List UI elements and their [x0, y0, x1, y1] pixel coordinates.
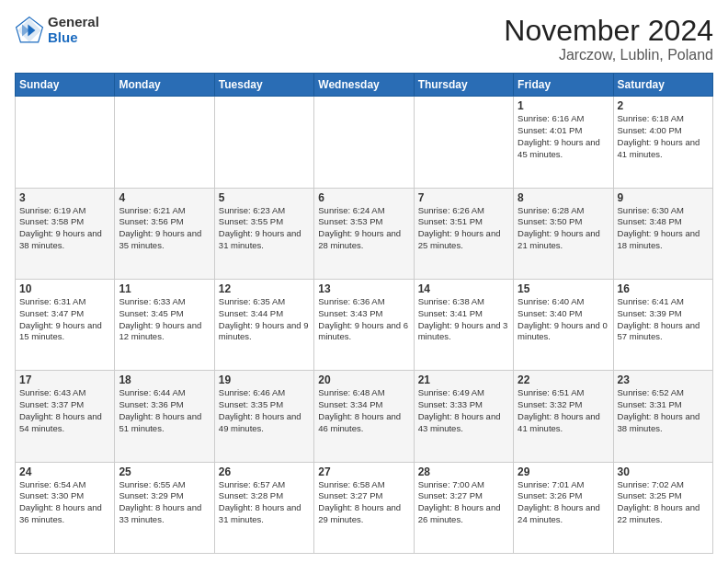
cell-0-4: [414, 97, 513, 188]
day-info-4-6: Sunrise: 7:02 AM Sunset: 3:25 PM Dayligh…: [618, 479, 709, 526]
cell-3-5: 22Sunrise: 6:51 AM Sunset: 3:32 PM Dayli…: [514, 371, 613, 462]
title-block: November 2024 Jarczow, Lublin, Poland: [504, 15, 713, 63]
day-num-1-5: 8: [518, 191, 609, 204]
day-info-2-2: Sunrise: 6:35 AM Sunset: 3:44 PM Dayligh…: [219, 296, 310, 343]
day-num-1-0: 3: [19, 191, 110, 204]
day-info-4-5: Sunrise: 7:01 AM Sunset: 3:26 PM Dayligh…: [518, 479, 609, 526]
cell-1-6: 9Sunrise: 6:30 AM Sunset: 3:48 PM Daylig…: [613, 188, 712, 279]
cell-3-4: 21Sunrise: 6:49 AM Sunset: 3:33 PM Dayli…: [414, 371, 513, 462]
day-info-4-0: Sunrise: 6:54 AM Sunset: 3:30 PM Dayligh…: [19, 479, 110, 526]
day-info-2-0: Sunrise: 6:31 AM Sunset: 3:47 PM Dayligh…: [19, 296, 110, 343]
week-row-1: 3Sunrise: 6:19 AM Sunset: 3:58 PM Daylig…: [16, 188, 713, 279]
day-num-2-0: 10: [19, 282, 110, 295]
day-info-3-1: Sunrise: 6:44 AM Sunset: 3:36 PM Dayligh…: [119, 387, 210, 434]
day-num-4-0: 24: [19, 465, 110, 478]
day-info-0-5: Sunrise: 6:16 AM Sunset: 4:01 PM Dayligh…: [518, 113, 609, 160]
day-num-4-2: 26: [219, 465, 310, 478]
day-num-3-4: 21: [418, 373, 509, 386]
day-info-1-5: Sunrise: 6:28 AM Sunset: 3:50 PM Dayligh…: [518, 205, 609, 252]
day-num-2-5: 15: [518, 282, 609, 295]
cell-2-4: 14Sunrise: 6:38 AM Sunset: 3:41 PM Dayli…: [414, 279, 513, 370]
day-info-3-0: Sunrise: 6:43 AM Sunset: 3:37 PM Dayligh…: [19, 387, 110, 434]
cell-2-1: 11Sunrise: 6:33 AM Sunset: 3:45 PM Dayli…: [115, 279, 214, 370]
day-num-4-3: 27: [318, 465, 409, 478]
header-saturday: Saturday: [613, 74, 712, 97]
day-num-2-6: 16: [618, 282, 709, 295]
cell-0-0: [16, 97, 115, 188]
cell-2-0: 10Sunrise: 6:31 AM Sunset: 3:47 PM Dayli…: [16, 279, 115, 370]
day-num-0-6: 2: [618, 99, 709, 112]
logo-general: General: [48, 15, 99, 30]
cell-4-2: 26Sunrise: 6:57 AM Sunset: 3:28 PM Dayli…: [214, 462, 313, 553]
header: General Blue November 2024 Jarczow, Lubl…: [15, 15, 713, 63]
day-num-3-1: 18: [119, 373, 210, 386]
logo: General Blue: [15, 15, 99, 45]
day-num-0-5: 1: [518, 99, 609, 112]
cell-1-1: 4Sunrise: 6:21 AM Sunset: 3:56 PM Daylig…: [115, 188, 214, 279]
cell-4-3: 27Sunrise: 6:58 AM Sunset: 3:27 PM Dayli…: [314, 462, 414, 553]
cell-3-3: 20Sunrise: 6:48 AM Sunset: 3:34 PM Dayli…: [314, 371, 414, 462]
cell-1-3: 6Sunrise: 6:24 AM Sunset: 3:53 PM Daylig…: [314, 188, 414, 279]
day-num-3-6: 23: [618, 373, 709, 386]
cell-3-1: 18Sunrise: 6:44 AM Sunset: 3:36 PM Dayli…: [115, 371, 214, 462]
day-num-2-4: 14: [418, 282, 509, 295]
week-row-4: 24Sunrise: 6:54 AM Sunset: 3:30 PM Dayli…: [16, 462, 713, 553]
day-info-3-3: Sunrise: 6:48 AM Sunset: 3:34 PM Dayligh…: [318, 387, 409, 434]
day-info-0-6: Sunrise: 6:18 AM Sunset: 4:00 PM Dayligh…: [618, 113, 709, 160]
day-num-1-2: 5: [219, 191, 310, 204]
day-num-4-4: 28: [418, 465, 509, 478]
day-num-3-2: 19: [219, 373, 310, 386]
day-info-2-5: Sunrise: 6:40 AM Sunset: 3:40 PM Dayligh…: [518, 296, 609, 343]
day-num-2-2: 12: [219, 282, 310, 295]
calendar-table: Sunday Monday Tuesday Wednesday Thursday…: [15, 73, 713, 554]
header-sunday: Sunday: [16, 74, 115, 97]
day-info-4-4: Sunrise: 7:00 AM Sunset: 3:27 PM Dayligh…: [418, 479, 509, 526]
cell-0-6: 2Sunrise: 6:18 AM Sunset: 4:00 PM Daylig…: [613, 97, 712, 188]
cell-1-0: 3Sunrise: 6:19 AM Sunset: 3:58 PM Daylig…: [16, 188, 115, 279]
cell-2-5: 15Sunrise: 6:40 AM Sunset: 3:40 PM Dayli…: [514, 279, 613, 370]
day-num-3-3: 20: [318, 373, 409, 386]
day-info-4-1: Sunrise: 6:55 AM Sunset: 3:29 PM Dayligh…: [119, 479, 210, 526]
cell-4-5: 29Sunrise: 7:01 AM Sunset: 3:26 PM Dayli…: [514, 462, 613, 553]
header-wednesday: Wednesday: [314, 74, 414, 97]
day-num-4-5: 29: [518, 465, 609, 478]
day-info-3-2: Sunrise: 6:46 AM Sunset: 3:35 PM Dayligh…: [219, 387, 310, 434]
day-info-2-3: Sunrise: 6:36 AM Sunset: 3:43 PM Dayligh…: [318, 296, 409, 343]
cell-0-1: [115, 97, 214, 188]
day-info-2-6: Sunrise: 6:41 AM Sunset: 3:39 PM Dayligh…: [618, 296, 709, 343]
header-friday: Friday: [514, 74, 613, 97]
day-num-3-0: 17: [19, 373, 110, 386]
day-info-1-0: Sunrise: 6:19 AM Sunset: 3:58 PM Dayligh…: [19, 205, 110, 252]
cell-2-6: 16Sunrise: 6:41 AM Sunset: 3:39 PM Dayli…: [613, 279, 712, 370]
day-num-1-6: 9: [618, 191, 709, 204]
header-tuesday: Tuesday: [214, 74, 313, 97]
week-row-2: 10Sunrise: 6:31 AM Sunset: 3:47 PM Dayli…: [16, 279, 713, 370]
logo-blue: Blue: [48, 30, 99, 46]
logo-icon: [15, 16, 44, 45]
day-info-2-4: Sunrise: 6:38 AM Sunset: 3:41 PM Dayligh…: [418, 296, 509, 343]
cell-3-6: 23Sunrise: 6:52 AM Sunset: 3:31 PM Dayli…: [613, 371, 712, 462]
day-num-2-1: 11: [119, 282, 210, 295]
header-monday: Monday: [115, 74, 214, 97]
header-thursday: Thursday: [414, 74, 513, 97]
cell-4-0: 24Sunrise: 6:54 AM Sunset: 3:30 PM Dayli…: [16, 462, 115, 553]
day-num-1-3: 6: [318, 191, 409, 204]
day-num-4-1: 25: [119, 465, 210, 478]
cell-0-3: [314, 97, 414, 188]
cell-4-1: 25Sunrise: 6:55 AM Sunset: 3:29 PM Dayli…: [115, 462, 214, 553]
day-info-1-6: Sunrise: 6:30 AM Sunset: 3:48 PM Dayligh…: [618, 205, 709, 252]
cell-0-2: [214, 97, 313, 188]
day-info-4-3: Sunrise: 6:58 AM Sunset: 3:27 PM Dayligh…: [318, 479, 409, 526]
day-info-3-5: Sunrise: 6:51 AM Sunset: 3:32 PM Dayligh…: [518, 387, 609, 434]
day-num-1-1: 4: [119, 191, 210, 204]
cell-1-2: 5Sunrise: 6:23 AM Sunset: 3:55 PM Daylig…: [214, 188, 313, 279]
calendar-subtitle: Jarczow, Lublin, Poland: [504, 47, 713, 63]
day-info-3-6: Sunrise: 6:52 AM Sunset: 3:31 PM Dayligh…: [618, 387, 709, 434]
day-info-4-2: Sunrise: 6:57 AM Sunset: 3:28 PM Dayligh…: [219, 479, 310, 526]
cell-2-3: 13Sunrise: 6:36 AM Sunset: 3:43 PM Dayli…: [314, 279, 414, 370]
day-info-1-3: Sunrise: 6:24 AM Sunset: 3:53 PM Dayligh…: [318, 205, 409, 252]
calendar-title: November 2024: [504, 15, 713, 47]
day-num-4-6: 30: [618, 465, 709, 478]
weekday-header-row: Sunday Monday Tuesday Wednesday Thursday…: [16, 74, 713, 97]
cell-4-6: 30Sunrise: 7:02 AM Sunset: 3:25 PM Dayli…: [613, 462, 712, 553]
